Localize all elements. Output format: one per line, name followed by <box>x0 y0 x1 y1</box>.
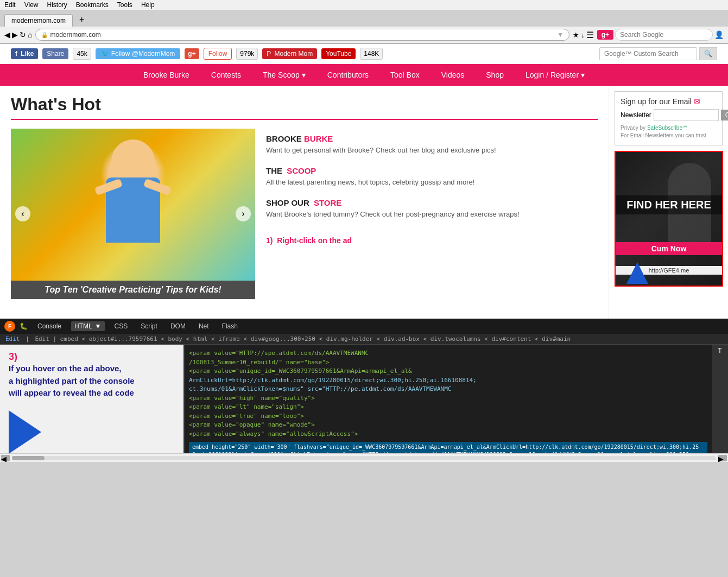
fb-icon: f <box>15 50 17 58</box>
social-bar: f Like Share 45k 🐦 Follow @ModernMom g+ … <box>0 44 728 64</box>
browser-menubar: Edit View History Bookmarks Tools Help <box>0 0 728 10</box>
ad-cta[interactable]: Cum Now <box>616 242 722 255</box>
code-line-5: ct.3nums/01&ArmClickToken=$nums" src="HT… <box>189 385 707 394</box>
menu-help[interactable]: Help <box>141 1 155 9</box>
fb-like-button[interactable]: f Like <box>11 48 38 59</box>
featured-image-container: ‹ › Top Ten 'Creative Practicing' Tips f… <box>11 129 255 299</box>
scroll-left-btn[interactable]: ◀ <box>1 455 10 461</box>
browser-forward-btn[interactable]: ▶ <box>12 30 18 39</box>
blue-arrow-up-icon <box>621 257 654 287</box>
scrollbar-track <box>12 456 716 460</box>
browser-person-btn[interactable]: 👤 <box>714 30 724 39</box>
browser-download-btn[interactable]: ↓ <box>581 31 585 39</box>
featured-row: ‹ › Top Ten 'Creative Practicing' Tips f… <box>11 129 598 299</box>
menu-tools[interactable]: Tools <box>117 1 132 9</box>
featured-image <box>11 129 255 281</box>
feature-link-brooke[interactable]: BROOKE BURKE Want to get personal with B… <box>266 134 598 155</box>
nav-the-scoop[interactable]: The Scoop ▾ <box>252 64 316 86</box>
newsletter-go-button[interactable]: GO <box>721 110 728 121</box>
featured-links: BROOKE BURKE Want to get personal with B… <box>266 129 598 299</box>
code-area-wrapper: 3) If you hover on the ad above, a highl… <box>0 345 728 453</box>
firebug-tab-net[interactable]: Net <box>195 321 212 331</box>
browser-search-input[interactable] <box>615 29 713 41</box>
fb-count: 45k <box>73 48 91 60</box>
code-line-7: <param value="lt" name="salign"> <box>189 403 707 412</box>
nav-login[interactable]: Login / Register ▾ <box>515 64 596 86</box>
step3-number: 3) <box>9 351 175 363</box>
fb-share-button[interactable]: Share <box>42 48 68 59</box>
step1-label: 1) Right-click on the ad <box>266 236 598 245</box>
carousel-next-button[interactable]: › <box>236 206 251 221</box>
ad-box[interactable]: ▶ FIND HER HERE Cum Now http://GFE4.me <box>615 151 723 287</box>
browser-chrome: Edit View History Bookmarks Tools Help m… <box>0 0 728 44</box>
browser-bookmark-btn[interactable]: ★ <box>573 31 579 39</box>
ad-find-text: FIND HER HERE <box>616 195 722 214</box>
path-edit-btn[interactable]: Edit <box>5 335 20 343</box>
firebug-tab-dom[interactable]: DOM <box>167 321 189 331</box>
browser-url-bar: 🔒 modernmom.com ▼ <box>35 29 569 41</box>
browser-tab-bar: modernemom.com + <box>0 10 728 27</box>
nav-brooke-burke[interactable]: Brooke Burke <box>132 64 200 86</box>
firebug-tab-script[interactable]: Script <box>137 321 161 331</box>
nav-contributors[interactable]: Contributors <box>316 64 379 86</box>
browser-menu-btn[interactable]: ☰ <box>586 30 594 40</box>
firebug-tab-console[interactable]: Console <box>34 321 65 331</box>
pinterest-button[interactable]: P Modern Mom <box>262 48 317 59</box>
feature-link-scoop[interactable]: THE SCOOP All the latest parenting news,… <box>266 166 598 187</box>
firebug-tab-css[interactable]: CSS <box>111 321 131 331</box>
slide-caption: Top Ten 'Creative Practicing' Tips for K… <box>11 281 255 299</box>
feature-link-store-desc: Want Brooke's toned tummy? Check out her… <box>266 210 598 219</box>
new-tab-button[interactable]: + <box>75 12 88 27</box>
email-icon: ✉ <box>694 97 700 106</box>
newsletter-trust: For Email Newsletters you can trust <box>621 132 717 140</box>
firebug-tab-flash[interactable]: Flash <box>219 321 241 331</box>
safe-subscribe: SafeSubscribe℠ <box>647 125 688 131</box>
menu-view[interactable]: View <box>24 1 39 9</box>
code-line-4: ArmClickUrl=http://clk.atdmt.com/go/1922… <box>189 376 707 385</box>
ad-image: FIND HER HERE Cum Now http://GFE4.me <box>616 152 722 286</box>
code-right-panel: T <box>712 345 728 453</box>
arrow-row <box>9 410 175 454</box>
nav-toolbox[interactable]: Tool Box <box>379 64 431 86</box>
firebug-toggle-btn[interactable]: 🐛 <box>20 322 28 330</box>
nav-videos[interactable]: Videos <box>431 64 476 86</box>
browser-home-btn[interactable]: ⌂ <box>28 30 32 39</box>
content-wrapper: What's Hot ‹ › Top Ten 'Creative Practic… <box>0 86 728 319</box>
svg-marker-0 <box>626 262 648 284</box>
feature-link-store[interactable]: SHOP OUR STORE Want Brooke's toned tummy… <box>266 198 598 219</box>
youtube-button[interactable]: YouTube <box>321 48 356 59</box>
code-line-9: <param value="opaque" name="wmode"> <box>189 421 707 430</box>
nav-shop[interactable]: Shop <box>475 64 515 86</box>
code-line-10: <param value="always" name="allowScriptA… <box>189 430 707 439</box>
search-input[interactable] <box>599 47 697 60</box>
gplus-follow-button[interactable]: Follow <box>204 48 232 60</box>
browser-tab[interactable]: modernemom.com <box>4 14 73 27</box>
menu-bookmarks[interactable]: Bookmarks <box>76 1 109 9</box>
firebug-toolbar: F 🐛 Console HTML ▼ CSS Script DOM Net Fl… <box>0 319 728 334</box>
feature-link-scoop-title: THE SCOOP <box>266 166 598 175</box>
scroll-right-btn[interactable]: ▶ <box>718 455 727 461</box>
newsletter-box: Sign up for our Email ✉ Newsletter GO Pr… <box>615 91 723 145</box>
menu-history[interactable]: History <box>47 1 67 9</box>
browser-back-btn[interactable]: ◀ <box>4 30 10 39</box>
feature-link-scoop-desc: All the latest parenting news, hot topic… <box>266 177 598 187</box>
code-line-1: <param value="HTTP://spe.atdmt.com/ds/AA… <box>189 349 707 358</box>
code-line-6: <param value="high" name="quality"> <box>189 394 707 403</box>
browser-reload-btn[interactable]: ↻ <box>20 30 26 39</box>
sidebar: Sign up for our Email ✉ Newsletter GO Pr… <box>609 86 728 319</box>
bottom-scrollbar[interactable]: ◀ ▶ <box>0 453 728 462</box>
twitter-follow-button[interactable]: 🐦 Follow @ModernMom <box>96 48 181 59</box>
scrollbar-thumb[interactable] <box>12 456 45 460</box>
firebug-tab-html[interactable]: HTML ▼ <box>71 321 104 331</box>
scoop-dropdown-icon: ▾ <box>302 71 306 79</box>
search-button[interactable]: 🔍 <box>699 47 717 60</box>
newsletter-title: Sign up for our Email ✉ <box>621 97 717 106</box>
pinterest-icon: P <box>267 50 271 58</box>
firebug-logo-area: F 🐛 <box>4 321 28 332</box>
nav-contests[interactable]: Contests <box>200 64 252 86</box>
step3-text: If you hover on the ad above, a highligh… <box>9 363 175 400</box>
newsletter-email-input[interactable] <box>654 109 719 121</box>
menu-edit[interactable]: Edit <box>4 1 16 9</box>
browser-url-text[interactable]: modernmom.com <box>50 31 555 39</box>
carousel-prev-button[interactable]: ‹ <box>15 206 30 221</box>
